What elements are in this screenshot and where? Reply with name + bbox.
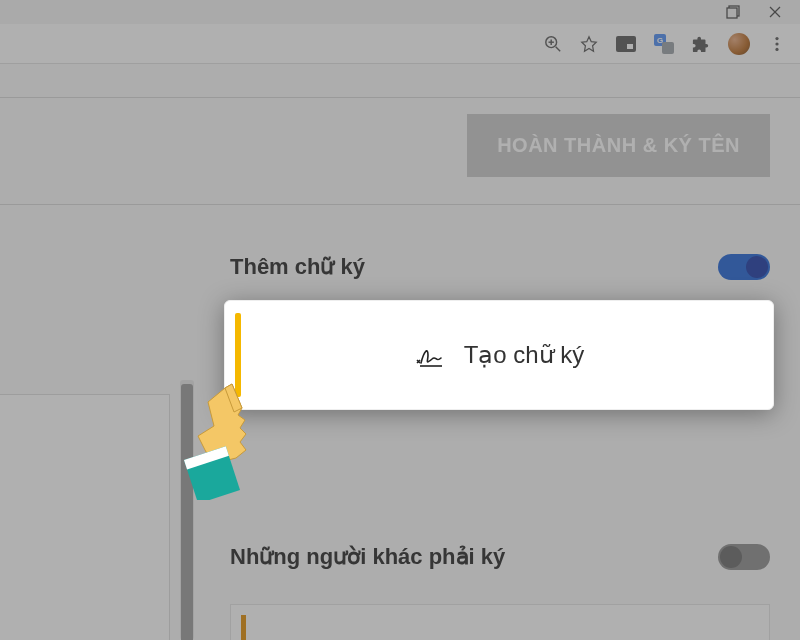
star-icon[interactable] xyxy=(580,35,598,53)
svg-marker-8 xyxy=(582,36,596,50)
create-signature-card[interactable]: Tạo chữ ký xyxy=(224,300,774,410)
window-controls xyxy=(726,0,800,24)
signature-icon xyxy=(414,341,444,369)
zoom-icon[interactable] xyxy=(544,35,562,53)
svg-point-16 xyxy=(775,47,778,50)
svg-text:G: G xyxy=(657,36,663,45)
browser-toolbar: G xyxy=(0,24,800,64)
extensions-icon[interactable] xyxy=(692,35,710,53)
preview-pane xyxy=(0,394,170,640)
others-sign-toggle[interactable] xyxy=(718,544,770,570)
add-signature-title: Thêm chữ ký xyxy=(230,254,365,280)
others-sign-section: Những người khác phải ký xyxy=(230,544,770,590)
reader-icon[interactable] xyxy=(616,36,636,52)
complete-sign-button[interactable]: HOÀN THÀNH & KÝ TÊN xyxy=(467,114,770,177)
create-signature-label: Tạo chữ ký xyxy=(464,341,585,369)
svg-line-5 xyxy=(556,46,561,51)
pointing-hand-icon xyxy=(170,380,270,500)
add-signer-card[interactable]: Thêm người ký xyxy=(230,604,770,640)
add-signature-toggle[interactable] xyxy=(718,254,770,280)
toggle-knob xyxy=(746,256,768,278)
svg-point-15 xyxy=(775,42,778,45)
close-icon[interactable] xyxy=(768,5,782,19)
avatar[interactable] xyxy=(728,33,750,55)
svg-rect-12 xyxy=(662,42,674,54)
add-signature-section: Thêm chữ ký xyxy=(230,254,770,300)
svg-point-14 xyxy=(775,36,778,39)
translate-icon[interactable]: G xyxy=(654,34,674,54)
toggle-knob xyxy=(720,546,742,568)
restore-icon[interactable] xyxy=(726,5,740,19)
svg-rect-10 xyxy=(627,44,633,49)
others-sign-title: Những người khác phải ký xyxy=(230,544,505,570)
kebab-menu-icon[interactable] xyxy=(768,35,786,53)
svg-rect-1 xyxy=(727,8,737,18)
